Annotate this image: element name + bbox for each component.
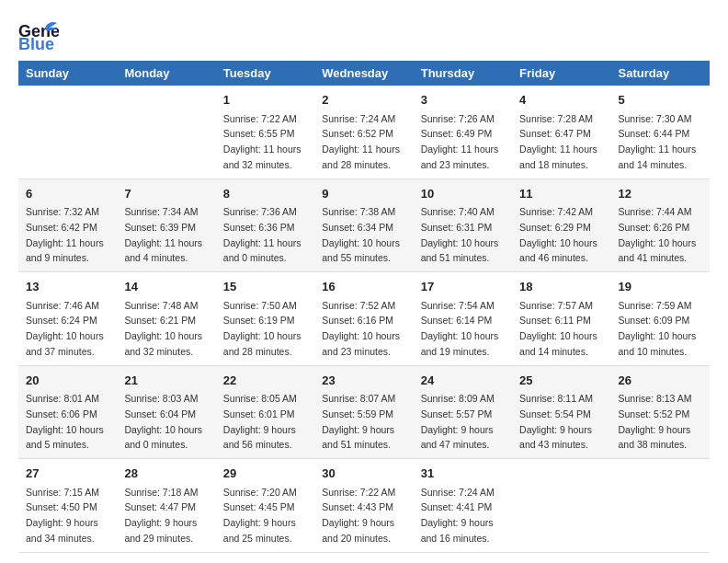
day-cell [18, 86, 117, 178]
day-number: 17 [421, 278, 505, 296]
day-number: 1 [223, 91, 307, 109]
day-cell: 20 Sunrise: 8:01 AM Sunset: 6:06 PM Dayl… [18, 365, 117, 459]
daylight-info: Daylight: 10 hours and 0 minutes. [124, 424, 202, 451]
day-cell: 30 Sunrise: 7:22 AM Sunset: 4:43 PM Dayl… [314, 459, 413, 553]
column-header-wednesday: Wednesday [314, 61, 413, 86]
logo-icon: General Blue [18, 18, 59, 52]
week-row-1: 1 Sunrise: 7:22 AM Sunset: 6:55 PM Dayli… [18, 86, 710, 178]
day-number: 15 [223, 278, 307, 296]
sunset-info: Sunset: 4:47 PM [124, 501, 196, 512]
day-cell: 18 Sunrise: 7:57 AM Sunset: 6:11 PM Dayl… [512, 272, 610, 366]
daylight-info: Daylight: 11 hours and 14 minutes. [619, 144, 697, 170]
sunset-info: Sunset: 6:09 PM [619, 315, 690, 326]
sunrise-info: Sunrise: 7:18 AM [124, 487, 198, 498]
daylight-info: Daylight: 10 hours and 46 minutes. [519, 237, 597, 264]
day-cell: 14 Sunrise: 7:48 AM Sunset: 6:21 PM Dayl… [117, 272, 215, 366]
column-header-tuesday: Tuesday [216, 61, 314, 86]
daylight-info: Daylight: 10 hours and 41 minutes. [619, 237, 697, 264]
sunrise-info: Sunrise: 7:26 AM [421, 113, 495, 124]
week-row-5: 27 Sunrise: 7:15 AM Sunset: 4:50 PM Dayl… [18, 459, 710, 553]
sunset-info: Sunset: 5:52 PM [619, 408, 690, 419]
sunrise-info: Sunrise: 7:24 AM [421, 487, 495, 498]
daylight-info: Daylight: 9 hours and 20 minutes. [322, 517, 394, 544]
column-header-sunday: Sunday [18, 61, 117, 86]
daylight-info: Daylight: 10 hours and 28 minutes. [223, 330, 301, 357]
sunset-info: Sunset: 6:34 PM [322, 222, 393, 233]
daylight-info: Daylight: 10 hours and 14 minutes. [519, 330, 597, 357]
day-number: 9 [322, 185, 405, 203]
daylight-info: Daylight: 11 hours and 4 minutes. [124, 237, 202, 264]
daylight-info: Daylight: 9 hours and 16 minutes. [421, 517, 494, 544]
daylight-info: Daylight: 9 hours and 29 minutes. [124, 517, 197, 544]
daylight-info: Daylight: 9 hours and 43 minutes. [519, 424, 592, 451]
sunset-info: Sunset: 5:54 PM [519, 408, 591, 419]
sunset-info: Sunset: 6:55 PM [223, 128, 295, 139]
sunrise-info: Sunrise: 8:11 AM [519, 393, 593, 404]
sunset-info: Sunset: 5:59 PM [322, 408, 393, 419]
sunrise-info: Sunrise: 7:32 AM [26, 206, 99, 217]
day-cell: 26 Sunrise: 8:13 AM Sunset: 5:52 PM Dayl… [611, 365, 710, 459]
sunset-info: Sunset: 6:42 PM [26, 222, 97, 233]
week-row-4: 20 Sunrise: 8:01 AM Sunset: 6:06 PM Dayl… [18, 365, 710, 459]
day-cell: 23 Sunrise: 8:07 AM Sunset: 5:59 PM Dayl… [314, 365, 413, 459]
day-cell: 28 Sunrise: 7:18 AM Sunset: 4:47 PM Dayl… [117, 459, 215, 553]
day-number: 18 [519, 278, 603, 296]
sunrise-info: Sunrise: 8:01 AM [26, 393, 99, 404]
sunset-info: Sunset: 6:21 PM [124, 315, 196, 326]
sunrise-info: Sunrise: 7:15 AM [26, 487, 99, 498]
calendar-table: SundayMondayTuesdayWednesdayThursdayFrid… [18, 61, 710, 553]
day-cell: 10 Sunrise: 7:40 AM Sunset: 6:31 PM Dayl… [414, 178, 512, 272]
sunrise-info: Sunrise: 7:40 AM [421, 206, 495, 217]
daylight-info: Daylight: 9 hours and 51 minutes. [322, 424, 394, 451]
daylight-info: Daylight: 11 hours and 9 minutes. [26, 237, 104, 264]
day-cell: 31 Sunrise: 7:24 AM Sunset: 4:41 PM Dayl… [414, 459, 512, 553]
daylight-info: Daylight: 11 hours and 28 minutes. [322, 144, 400, 170]
day-number: 23 [322, 372, 405, 390]
daylight-info: Daylight: 9 hours and 56 minutes. [223, 424, 296, 451]
sunset-info: Sunset: 5:57 PM [421, 408, 493, 419]
day-number: 19 [619, 278, 702, 296]
sunset-info: Sunset: 6:01 PM [223, 408, 295, 419]
sunrise-info: Sunrise: 7:24 AM [322, 113, 395, 124]
day-cell: 22 Sunrise: 8:05 AM Sunset: 6:01 PM Dayl… [216, 365, 314, 459]
sunrise-info: Sunrise: 7:30 AM [619, 113, 692, 124]
day-cell: 7 Sunrise: 7:34 AM Sunset: 6:39 PM Dayli… [117, 178, 215, 272]
sunrise-info: Sunrise: 7:38 AM [322, 206, 395, 217]
sunset-info: Sunset: 6:44 PM [619, 128, 690, 139]
day-number: 21 [124, 372, 208, 390]
day-number: 2 [322, 91, 405, 109]
sunset-info: Sunset: 6:52 PM [322, 128, 393, 139]
daylight-info: Daylight: 11 hours and 18 minutes. [519, 144, 597, 170]
day-cell: 1 Sunrise: 7:22 AM Sunset: 6:55 PM Dayli… [216, 86, 314, 178]
column-header-monday: Monday [117, 61, 215, 86]
sunset-info: Sunset: 4:45 PM [223, 501, 295, 512]
day-cell: 3 Sunrise: 7:26 AM Sunset: 6:49 PM Dayli… [414, 86, 512, 178]
day-cell: 24 Sunrise: 8:09 AM Sunset: 5:57 PM Dayl… [414, 365, 512, 459]
daylight-info: Daylight: 10 hours and 5 minutes. [26, 424, 104, 451]
sunset-info: Sunset: 6:36 PM [223, 222, 295, 233]
daylight-info: Daylight: 10 hours and 37 minutes. [26, 330, 104, 357]
day-number: 26 [619, 372, 702, 390]
sunrise-info: Sunrise: 8:13 AM [619, 393, 692, 404]
day-number: 3 [421, 91, 505, 109]
day-number: 25 [519, 372, 603, 390]
day-cell [611, 459, 710, 553]
day-cell: 15 Sunrise: 7:50 AM Sunset: 6:19 PM Dayl… [216, 272, 314, 366]
sunrise-info: Sunrise: 7:44 AM [619, 206, 692, 217]
daylight-info: Daylight: 11 hours and 23 minutes. [421, 144, 499, 170]
daylight-info: Daylight: 10 hours and 32 minutes. [124, 330, 202, 357]
sunset-info: Sunset: 6:06 PM [26, 408, 97, 419]
day-number: 8 [223, 185, 307, 203]
day-cell: 17 Sunrise: 7:54 AM Sunset: 6:14 PM Dayl… [414, 272, 512, 366]
sunset-info: Sunset: 4:50 PM [26, 501, 97, 512]
day-cell: 11 Sunrise: 7:42 AM Sunset: 6:29 PM Dayl… [512, 178, 610, 272]
sunrise-info: Sunrise: 7:54 AM [421, 300, 495, 311]
day-cell: 6 Sunrise: 7:32 AM Sunset: 6:42 PM Dayli… [18, 178, 117, 272]
day-number: 31 [421, 465, 505, 483]
sunrise-info: Sunrise: 7:42 AM [519, 206, 593, 217]
day-cell: 13 Sunrise: 7:46 AM Sunset: 6:24 PM Dayl… [18, 272, 117, 366]
sunrise-info: Sunrise: 8:05 AM [223, 393, 297, 404]
daylight-info: Daylight: 10 hours and 55 minutes. [322, 237, 400, 264]
day-cell: 16 Sunrise: 7:52 AM Sunset: 6:16 PM Dayl… [314, 272, 413, 366]
sunrise-info: Sunrise: 7:46 AM [26, 300, 99, 311]
